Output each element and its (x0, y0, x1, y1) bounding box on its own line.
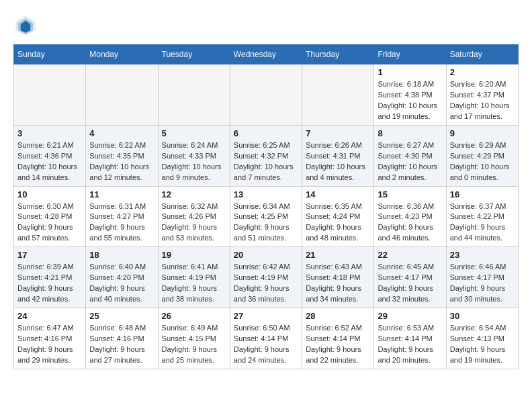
calendar-cell: 3Sunrise: 6:21 AM Sunset: 4:36 PM Daylig… (14, 125, 86, 186)
day-info: Sunrise: 6:45 AM Sunset: 4:17 PM Dayligh… (378, 262, 442, 305)
day-info: Sunrise: 6:49 AM Sunset: 4:15 PM Dayligh… (162, 323, 226, 366)
calendar-cell: 27Sunrise: 6:50 AM Sunset: 4:14 PM Dayli… (230, 308, 302, 369)
day-info: Sunrise: 6:46 AM Sunset: 4:17 PM Dayligh… (450, 262, 515, 305)
day-number: 16 (450, 189, 515, 199)
calendar-cell: 7Sunrise: 6:26 AM Sunset: 4:31 PM Daylig… (302, 125, 374, 186)
day-number: 19 (162, 250, 226, 260)
day-number: 11 (89, 189, 154, 199)
calendar-cell: 11Sunrise: 6:31 AM Sunset: 4:27 PM Dayli… (86, 186, 158, 247)
day-info: Sunrise: 6:53 AM Sunset: 4:14 PM Dayligh… (378, 323, 442, 366)
day-info: Sunrise: 6:24 AM Sunset: 4:33 PM Dayligh… (162, 140, 226, 183)
day-info: Sunrise: 6:26 AM Sunset: 4:31 PM Dayligh… (306, 140, 370, 183)
calendar-cell: 2Sunrise: 6:20 AM Sunset: 4:37 PM Daylig… (446, 64, 518, 126)
day-number: 28 (306, 311, 370, 321)
day-info: Sunrise: 6:18 AM Sunset: 4:38 PM Dayligh… (378, 79, 442, 122)
calendar-cell: 26Sunrise: 6:49 AM Sunset: 4:15 PM Dayli… (158, 308, 230, 369)
day-number: 13 (234, 189, 298, 199)
calendar-cell: 13Sunrise: 6:34 AM Sunset: 4:25 PM Dayli… (230, 186, 302, 247)
day-number: 15 (378, 189, 442, 199)
calendar-cell: 30Sunrise: 6:54 AM Sunset: 4:13 PM Dayli… (446, 308, 518, 369)
day-info: Sunrise: 6:30 AM Sunset: 4:28 PM Dayligh… (17, 201, 82, 244)
calendar-cell: 15Sunrise: 6:36 AM Sunset: 4:23 PM Dayli… (374, 186, 446, 247)
calendar-header-row: SundayMondayTuesdayWednesdayThursdayFrid… (14, 45, 519, 64)
calendar-cell: 29Sunrise: 6:53 AM Sunset: 4:14 PM Dayli… (374, 308, 446, 369)
calendar-cell: 5Sunrise: 6:24 AM Sunset: 4:33 PM Daylig… (158, 125, 230, 186)
day-number: 23 (450, 250, 515, 260)
day-number: 20 (234, 250, 298, 260)
weekday-header: Wednesday (230, 45, 302, 64)
logo-icon (13, 13, 38, 38)
weekday-header: Monday (86, 45, 158, 64)
day-info: Sunrise: 6:54 AM Sunset: 4:13 PM Dayligh… (450, 323, 515, 366)
day-info: Sunrise: 6:34 AM Sunset: 4:25 PM Dayligh… (234, 201, 298, 244)
calendar-cell: 24Sunrise: 6:47 AM Sunset: 4:16 PM Dayli… (14, 308, 86, 369)
calendar-cell: 9Sunrise: 6:29 AM Sunset: 4:29 PM Daylig… (446, 125, 518, 186)
day-info: Sunrise: 6:35 AM Sunset: 4:24 PM Dayligh… (306, 201, 370, 244)
calendar-cell: 28Sunrise: 6:52 AM Sunset: 4:14 PM Dayli… (302, 308, 374, 369)
day-number: 6 (234, 128, 298, 138)
calendar-cell (230, 64, 302, 126)
day-info: Sunrise: 6:21 AM Sunset: 4:36 PM Dayligh… (17, 140, 82, 183)
calendar-cell: 8Sunrise: 6:27 AM Sunset: 4:30 PM Daylig… (374, 125, 446, 186)
day-info: Sunrise: 6:20 AM Sunset: 4:37 PM Dayligh… (450, 79, 515, 122)
day-info: Sunrise: 6:32 AM Sunset: 4:26 PM Dayligh… (162, 201, 226, 244)
day-number: 12 (162, 189, 226, 199)
calendar-cell: 18Sunrise: 6:40 AM Sunset: 4:20 PM Dayli… (86, 247, 158, 308)
calendar-cell (86, 64, 158, 126)
calendar-cell: 10Sunrise: 6:30 AM Sunset: 4:28 PM Dayli… (14, 186, 86, 247)
calendar-cell: 23Sunrise: 6:46 AM Sunset: 4:17 PM Dayli… (446, 247, 518, 308)
day-number: 9 (450, 128, 515, 138)
calendar-cell: 14Sunrise: 6:35 AM Sunset: 4:24 PM Dayli… (302, 186, 374, 247)
day-info: Sunrise: 6:36 AM Sunset: 4:23 PM Dayligh… (378, 201, 442, 244)
calendar-cell: 4Sunrise: 6:22 AM Sunset: 4:35 PM Daylig… (86, 125, 158, 186)
day-number: 25 (89, 311, 154, 321)
day-number: 24 (17, 311, 82, 321)
day-info: Sunrise: 6:42 AM Sunset: 4:19 PM Dayligh… (234, 262, 298, 305)
calendar-cell: 25Sunrise: 6:48 AM Sunset: 4:16 PM Dayli… (86, 308, 158, 369)
calendar-week-row: 3Sunrise: 6:21 AM Sunset: 4:36 PM Daylig… (14, 125, 519, 186)
day-info: Sunrise: 6:48 AM Sunset: 4:16 PM Dayligh… (89, 323, 154, 366)
day-info: Sunrise: 6:27 AM Sunset: 4:30 PM Dayligh… (378, 140, 442, 183)
day-number: 8 (378, 128, 442, 138)
day-number: 17 (17, 250, 82, 260)
calendar-cell: 6Sunrise: 6:25 AM Sunset: 4:32 PM Daylig… (230, 125, 302, 186)
calendar-cell: 19Sunrise: 6:41 AM Sunset: 4:19 PM Dayli… (158, 247, 230, 308)
calendar-cell (158, 64, 230, 126)
calendar-cell: 21Sunrise: 6:43 AM Sunset: 4:18 PM Dayli… (302, 247, 374, 308)
day-number: 29 (378, 311, 442, 321)
calendar-week-row: 24Sunrise: 6:47 AM Sunset: 4:16 PM Dayli… (14, 308, 519, 369)
day-info: Sunrise: 6:29 AM Sunset: 4:29 PM Dayligh… (450, 140, 515, 183)
day-info: Sunrise: 6:47 AM Sunset: 4:16 PM Dayligh… (17, 323, 82, 366)
calendar-cell: 22Sunrise: 6:45 AM Sunset: 4:17 PM Dayli… (374, 247, 446, 308)
weekday-header: Friday (374, 45, 446, 64)
calendar-cell: 1Sunrise: 6:18 AM Sunset: 4:38 PM Daylig… (374, 64, 446, 126)
day-number: 30 (450, 311, 515, 321)
weekday-header: Thursday (302, 45, 374, 64)
day-number: 1 (378, 67, 442, 77)
day-info: Sunrise: 6:43 AM Sunset: 4:18 PM Dayligh… (306, 262, 370, 305)
day-number: 2 (450, 67, 515, 77)
day-info: Sunrise: 6:37 AM Sunset: 4:22 PM Dayligh… (450, 201, 515, 244)
day-number: 18 (89, 250, 154, 260)
calendar-cell: 17Sunrise: 6:39 AM Sunset: 4:21 PM Dayli… (14, 247, 86, 308)
page-header (13, 13, 519, 38)
day-number: 22 (378, 250, 442, 260)
day-number: 3 (17, 128, 82, 138)
day-info: Sunrise: 6:41 AM Sunset: 4:19 PM Dayligh… (162, 262, 226, 305)
calendar-cell (14, 64, 86, 126)
day-number: 27 (234, 311, 298, 321)
calendar-cell: 20Sunrise: 6:42 AM Sunset: 4:19 PM Dayli… (230, 247, 302, 308)
day-info: Sunrise: 6:25 AM Sunset: 4:32 PM Dayligh… (234, 140, 298, 183)
day-number: 4 (89, 128, 154, 138)
calendar-cell (302, 64, 374, 126)
weekday-header: Sunday (14, 45, 86, 64)
day-info: Sunrise: 6:39 AM Sunset: 4:21 PM Dayligh… (17, 262, 82, 305)
day-info: Sunrise: 6:40 AM Sunset: 4:20 PM Dayligh… (89, 262, 154, 305)
calendar-cell: 16Sunrise: 6:37 AM Sunset: 4:22 PM Dayli… (446, 186, 518, 247)
day-info: Sunrise: 6:22 AM Sunset: 4:35 PM Dayligh… (89, 140, 154, 183)
weekday-header: Saturday (446, 45, 518, 64)
day-info: Sunrise: 6:52 AM Sunset: 4:14 PM Dayligh… (306, 323, 370, 366)
day-info: Sunrise: 6:31 AM Sunset: 4:27 PM Dayligh… (89, 201, 154, 244)
calendar-week-row: 10Sunrise: 6:30 AM Sunset: 4:28 PM Dayli… (14, 186, 519, 247)
day-number: 21 (306, 250, 370, 260)
